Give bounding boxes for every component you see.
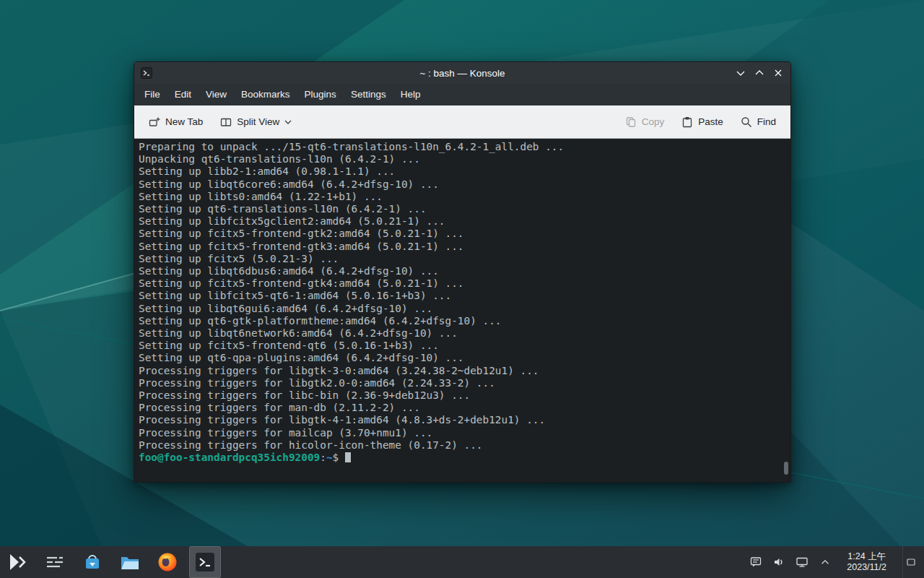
chevron-down-icon	[284, 119, 292, 125]
terminal-line: Setting up fcitx5-frontend-gtk3:amd64 (5…	[139, 241, 783, 253]
prompt-user-host: foo@foo-standardpcq35ich92009	[139, 452, 320, 463]
menubar: FileEditViewBookmarksPluginsSettingsHelp	[134, 84, 790, 105]
terminal-line: Setting up libb2-1:amd64 (0.98.1-1.1) ..…	[139, 165, 783, 178]
pager-widget-button[interactable]	[39, 546, 71, 578]
show-desktop-icon	[907, 558, 915, 566]
menu-settings[interactable]: Settings	[344, 84, 393, 105]
copy-label: Copy	[642, 116, 665, 127]
window-titlebar[interactable]: ~ : bash — Konsole	[134, 62, 790, 84]
menu-bookmarks[interactable]: Bookmarks	[234, 84, 297, 105]
menu-help[interactable]: Help	[393, 84, 428, 105]
show-desktop-button[interactable]	[902, 546, 918, 578]
display-icon	[796, 556, 808, 569]
prompt-symbol: $	[333, 452, 339, 463]
split-view-label: Split View	[237, 116, 279, 127]
prompt-separator: :	[320, 452, 326, 463]
folder-icon	[119, 551, 141, 573]
terminal-line: Processing triggers for mailcap (3.70+nm…	[139, 427, 783, 439]
terminal-line: Setting up libfcitx5gclient2:amd64 (5.0.…	[139, 215, 783, 228]
konsole-window-icon[interactable]	[140, 66, 153, 79]
find-button[interactable]: Find	[735, 111, 782, 133]
app-launcher-icon	[6, 551, 28, 573]
terminal-line: Setting up libqt6network6:amd64 (6.4.2+d…	[139, 327, 783, 340]
split-view-icon	[220, 116, 232, 128]
terminal-line: Processing triggers for libgtk-4-1:amd64…	[139, 414, 783, 426]
volume-icon	[772, 556, 785, 569]
notifications-button[interactable]	[749, 555, 763, 569]
clock[interactable]: 1:24 上午 2023/11/2	[847, 551, 886, 573]
discover-icon	[82, 551, 103, 573]
konsole-window: ~ : bash — Konsole FileEditViewBookmarks…	[134, 61, 791, 483]
terminal-line: Setting up libqt6dbus6:amd64 (6.4.2+dfsg…	[139, 265, 783, 277]
firefox-button[interactable]	[152, 546, 183, 578]
terminal-line: Setting up libfcitx5-qt6-1:amd64 (5.0.16…	[139, 290, 783, 302]
file-manager-button[interactable]	[114, 546, 146, 578]
new-tab-icon	[149, 116, 160, 128]
terminal-line: Setting up qt6-qpa-plugins:amd64 (6.4.2+…	[139, 352, 783, 364]
window-title: ~ : bash — Konsole	[134, 68, 790, 79]
paste-icon	[681, 116, 693, 128]
menu-edit[interactable]: Edit	[167, 84, 199, 105]
terminal-line: Setting up libts0:amd64 (1.22-1+b1) ...	[139, 191, 783, 203]
terminal-scrollbar[interactable]	[783, 140, 789, 480]
scrollbar-thumb[interactable]	[784, 462, 788, 475]
terminal-line: Preparing to unpack .../15-qt6-translati…	[139, 141, 783, 153]
close-icon	[772, 66, 785, 79]
konsole-icon	[194, 551, 216, 573]
copy-button[interactable]: Copy	[619, 111, 671, 133]
app-launcher-button[interactable]	[1, 546, 33, 578]
chevron-up-icon	[753, 66, 766, 79]
terminal-line: Setting up fcitx5-frontend-gtk4:amd64 (5…	[139, 277, 783, 290]
minimize-button[interactable]	[734, 66, 747, 79]
terminal-cursor	[345, 452, 351, 462]
terminal-line: Processing triggers for libgtk2.0-0:amd6…	[139, 377, 783, 389]
menu-plugins[interactable]: Plugins	[297, 84, 344, 105]
konsole-task-button[interactable]	[189, 546, 221, 578]
prompt-path: ~	[326, 452, 333, 463]
firefox-icon	[157, 551, 178, 573]
taskbar: 1:24 上午 2023/11/2	[0, 546, 924, 578]
toolbar: New Tab Split View Copy Paste Find	[134, 105, 790, 139]
find-label: Find	[757, 116, 776, 127]
menu-file[interactable]: File	[137, 84, 167, 105]
maximize-button[interactable]	[753, 66, 766, 79]
clock-time: 1:24 上午	[847, 551, 886, 562]
window-controls	[734, 66, 785, 79]
copy-icon	[625, 116, 637, 128]
chevron-down-icon	[734, 66, 747, 79]
terminal-line: Setting up libqt6core6:amd64 (6.4.2+dfsg…	[139, 178, 783, 191]
chevron-up-icon	[819, 556, 831, 568]
terminal-line: Setting up fcitx5-frontend-qt6 (5.0.16-1…	[139, 340, 783, 352]
menu-view[interactable]: View	[199, 84, 234, 105]
terminal-line: Processing triggers for man-db (2.11.2-2…	[139, 402, 783, 414]
terminal-line: Setting up libqt6gui6:amd64 (6.4.2+dfsg-…	[139, 303, 783, 315]
display-network-button[interactable]	[795, 555, 809, 569]
terminal-line: Processing triggers for libc-bin (2.36-9…	[139, 389, 783, 402]
terminal-line: Setting up qt6-gtk-platformtheme:amd64 (…	[139, 315, 783, 327]
terminal-line: Processing triggers for libgtk-3-0:amd64…	[139, 365, 783, 377]
new-tab-label: New Tab	[165, 116, 203, 127]
terminal-line: Setting up fcitx5 (5.0.21-3) ...	[139, 253, 783, 265]
split-view-button[interactable]: Split View	[214, 111, 297, 133]
terminal-line: Unpacking qt6-translations-l10n (6.4.2-1…	[139, 153, 783, 165]
discover-button[interactable]	[77, 546, 108, 578]
terminal-line: Processing triggers for hicolor-icon-the…	[139, 439, 783, 452]
terminal-line: Setting up fcitx5-frontend-gtk2:amd64 (5…	[139, 228, 783, 240]
system-tray: 1:24 上午 2023/11/2	[749, 546, 923, 578]
new-tab-button[interactable]: New Tab	[143, 111, 209, 133]
notifications-icon	[749, 556, 762, 569]
tray-expander-button[interactable]	[818, 555, 832, 569]
terminal-lines: Preparing to unpack .../15-qt6-translati…	[139, 141, 783, 452]
volume-button[interactable]	[772, 555, 786, 569]
paste-label: Paste	[698, 116, 723, 127]
terminal-output[interactable]: Preparing to unpack .../15-qt6-translati…	[134, 139, 790, 482]
pager-icon	[45, 552, 65, 572]
clock-date: 2023/11/2	[847, 562, 886, 573]
terminal-line: Setting up qt6-translations-l10n (6.4.2-…	[139, 203, 783, 215]
terminal-prompt: foo@foo-standardpcq35ich92009:~$	[139, 452, 783, 464]
paste-button[interactable]: Paste	[676, 111, 729, 133]
find-icon	[741, 116, 752, 128]
close-button[interactable]	[772, 66, 785, 79]
